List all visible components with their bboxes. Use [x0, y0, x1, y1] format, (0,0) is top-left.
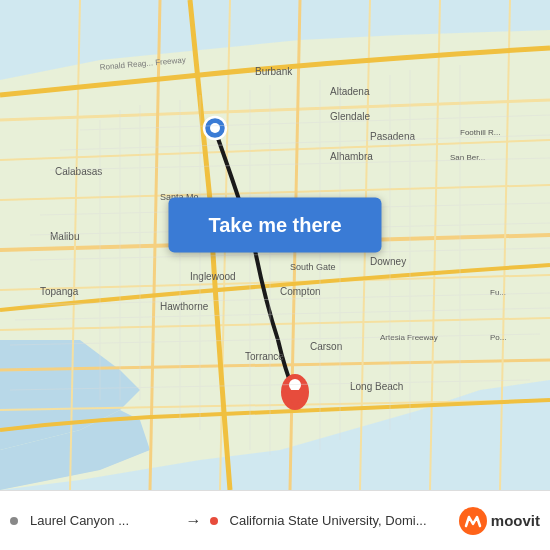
moovit-icon: [459, 507, 487, 535]
take-me-there-button[interactable]: Take me there: [168, 198, 381, 253]
origin-dot-icon: [10, 517, 18, 525]
svg-text:Glendale: Glendale: [330, 111, 370, 122]
svg-text:Torrance: Torrance: [245, 351, 284, 362]
arrow-icon: →: [186, 512, 202, 530]
destination-dot-icon: [210, 517, 218, 525]
svg-text:Carson: Carson: [310, 341, 342, 352]
svg-text:Alhambra: Alhambra: [330, 151, 373, 162]
svg-text:Fu...: Fu...: [490, 288, 506, 297]
route-info: Laurel Canyon ... → California State Uni…: [10, 507, 540, 535]
svg-text:Altadena: Altadena: [330, 86, 370, 97]
svg-text:Calabasas: Calabasas: [55, 166, 102, 177]
origin-label: Laurel Canyon ...: [30, 513, 178, 528]
svg-text:Hawthorne: Hawthorne: [160, 301, 209, 312]
svg-text:Compton: Compton: [280, 286, 321, 297]
bottom-bar: Laurel Canyon ... → California State Uni…: [0, 490, 550, 550]
svg-text:Malibu: Malibu: [50, 231, 79, 242]
map-container: Calabasas Malibu Topanga Santa Mo... Bur…: [0, 0, 550, 490]
svg-text:Downey: Downey: [370, 256, 406, 267]
svg-text:South Gate: South Gate: [290, 262, 336, 272]
moovit-logo: moovit: [459, 507, 540, 535]
svg-point-20: [210, 123, 220, 133]
svg-text:Foothill R...: Foothill R...: [460, 128, 500, 137]
svg-text:Inglewood: Inglewood: [190, 271, 236, 282]
svg-text:Burbank: Burbank: [255, 66, 293, 77]
svg-text:Topanga: Topanga: [40, 286, 79, 297]
destination-label: California State University, Domi...: [230, 513, 451, 528]
moovit-brand-text: moovit: [491, 512, 540, 529]
